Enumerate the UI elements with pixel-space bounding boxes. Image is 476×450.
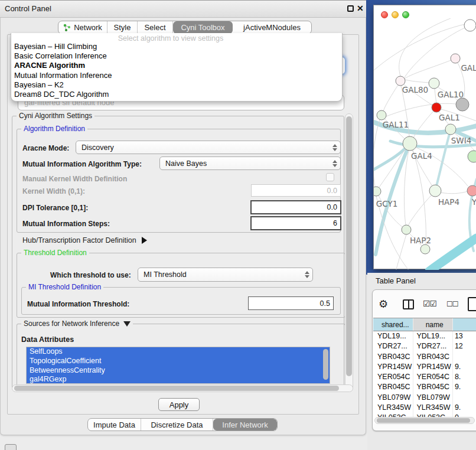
network-node[interactable]: [420, 244, 430, 254]
algorithm-popup-item[interactable]: Bayesian – Hill Climbing: [12, 42, 341, 51]
table-hscrollbar-thumb[interactable]: [377, 418, 470, 423]
aracne-mode-combobox[interactable]: Discovery: [76, 141, 341, 154]
mi-threshold-field[interactable]: 0.5: [248, 296, 334, 310]
table-row[interactable]: YBR043CYBR043C: [373, 352, 476, 362]
deselect-all-checkboxes-icon[interactable]: ☐☐: [446, 300, 458, 308]
settings-vscrollbar-thumb[interactable]: [346, 116, 352, 376]
sources-legend[interactable]: Sources for Network Inference: [21, 319, 133, 328]
close-panel-button[interactable]: ✕: [357, 4, 364, 13]
column-header-shared-name[interactable]: shared...: [373, 318, 413, 331]
table-row[interactable]: YER054CYER054C8.: [373, 372, 476, 382]
network-node-gal4[interactable]: [403, 136, 417, 151]
network-edge[interactable]: [374, 120, 380, 187]
float-window-button[interactable]: [347, 5, 354, 12]
table-body: YDL19...YDL19...13YDR27...YDR27...12YBR0…: [373, 331, 476, 423]
data-attribute-item[interactable]: SelfLoops: [27, 347, 330, 357]
tab-infer-network[interactable]: Infer Network: [213, 419, 277, 431]
network-node-gal10[interactable]: [429, 78, 439, 89]
tab-network[interactable]: Network: [58, 21, 107, 34]
algorithm-popup-item[interactable]: Dream8 DC_TDC Algorithm: [12, 90, 341, 99]
network-edge[interactable]: [441, 191, 468, 194]
tab-select[interactable]: Select: [138, 21, 173, 34]
network-node-gcy1[interactable]: [374, 187, 381, 196]
network-node-gal80[interactable]: [396, 76, 405, 86]
network-edge[interactable]: [435, 129, 451, 191]
tab-discretize-data[interactable]: Discretize Data: [141, 419, 213, 431]
table-row[interactable]: YBL079WYBL079W: [373, 393, 476, 403]
network-node-label: GAL80: [402, 85, 428, 94]
kernel-width-field[interactable]: 0.0: [251, 184, 341, 197]
minimized-window-icon[interactable]: [5, 444, 17, 450]
network-edge[interactable]: [405, 80, 429, 83]
tab-jactivemnodules[interactable]: jActiveMNodules: [233, 21, 311, 34]
table-row[interactable]: YBR045CYBR045C9.: [373, 382, 476, 392]
close-traffic-light-icon[interactable]: [381, 11, 388, 18]
table-options-icon[interactable]: [468, 297, 476, 311]
tab-cyni-toolbox[interactable]: Cyni Toolbox: [173, 21, 233, 34]
network-edge[interactable]: [383, 85, 398, 111]
network-node-y[interactable]: [467, 185, 476, 196]
hub-definition-toggle[interactable]: Hub/Transcription Factor Definition: [22, 236, 147, 244]
settings-vertical-scrollbar[interactable]: [345, 113, 353, 391]
tab-style[interactable]: Style: [107, 21, 138, 34]
network-graph-canvas[interactable]: GALGAL80GAL10GAL1GAL11SWI4GAL4GCY1HAP4YH…: [374, 18, 476, 270]
network-node[interactable]: [464, 19, 476, 31]
list-scrollbar-thumb[interactable]: [323, 349, 328, 380]
aracne-mode-value: Discovery: [81, 144, 114, 152]
tab-impute-data[interactable]: Impute Data: [88, 419, 141, 431]
mi-steps-field[interactable]: 6: [250, 216, 341, 230]
network-edge[interactable]: [429, 238, 476, 270]
network-node-swi4[interactable]: [445, 124, 456, 135]
algorithm-popup-item[interactable]: Bayesian – K2: [12, 80, 341, 90]
algorithm-popup-item[interactable]: Mutual Information Inference: [12, 71, 341, 80]
network-edge[interactable]: [404, 151, 409, 225]
network-node-gal11[interactable]: [377, 110, 386, 120]
network-edge[interactable]: [435, 89, 436, 103]
zoom-traffic-light-icon[interactable]: [402, 11, 409, 18]
network-node-hap4[interactable]: [429, 185, 441, 197]
settings-horizontal-scrollbar[interactable]: [12, 384, 353, 392]
data-attribute-item[interactable]: gal4RGexp: [27, 375, 330, 384]
column-header-name[interactable]: name: [413, 318, 452, 331]
network-node-hap2[interactable]: [402, 225, 411, 234]
column-header-partial[interactable]: [453, 318, 476, 331]
network-node-gal[interactable]: [451, 54, 460, 63]
network-view-window: GALGAL80GAL10GAL1GAL11SWI4GAL4GCY1HAP4YH…: [373, 5, 476, 269]
expand-arrow-icon[interactable]: [142, 237, 147, 244]
table-row[interactable]: YDR27...YDR27...12: [373, 341, 476, 351]
apply-button[interactable]: Apply: [158, 398, 200, 411]
network-edge[interactable]: [405, 25, 470, 77]
gear-icon[interactable]: ⚙: [379, 298, 388, 311]
table-cell: YER054C: [413, 372, 452, 382]
data-attribute-item[interactable]: BetweennessCentrality: [27, 366, 330, 376]
network-node-label: GAL10: [438, 90, 464, 99]
select-all-checkboxes-icon[interactable]: ☑☑: [423, 299, 436, 308]
which-threshold-label: Which threshold to use:: [50, 271, 131, 279]
network-edge[interactable]: [405, 58, 455, 79]
network-node[interactable]: [468, 151, 476, 162]
table-row[interactable]: YLR345WYLR345W9.: [373, 403, 476, 413]
mi-type-combobox[interactable]: Naive Bayes: [159, 156, 341, 170]
table-row[interactable]: YPR145WYPR145W9.: [373, 362, 476, 372]
manual-kernel-checkbox[interactable]: [326, 173, 334, 181]
which-threshold-combobox[interactable]: MI Threshold: [138, 268, 313, 282]
table-horizontal-scrollbar[interactable]: [374, 417, 475, 424]
data-attribute-item[interactable]: TopologicalCoefficient: [27, 357, 330, 366]
kernel-width-label: Kernel Width (0,1):: [22, 187, 85, 195]
network-node[interactable]: [456, 98, 469, 111]
collapse-arrow-icon[interactable]: [123, 321, 131, 327]
data-attributes-list[interactable]: SelfLoopsTopologicalCoefficientBetweenne…: [26, 347, 330, 384]
table-cell: YDR27...: [413, 341, 452, 351]
network-edge[interactable]: [408, 195, 432, 226]
split-columns-icon[interactable]: [403, 299, 414, 309]
mi-type-value: Naive Bayes: [165, 159, 207, 168]
settings-hscrollbar-thumb[interactable]: [14, 386, 339, 391]
dpi-tolerance-field[interactable]: 0.0: [250, 200, 341, 214]
network-edge[interactable]: [396, 234, 406, 269]
algorithm-popup-item[interactable]: Basic Correlation Inference: [12, 51, 341, 61]
table-row[interactable]: YDL19...YDL19...13: [373, 331, 476, 341]
network-edge[interactable]: [374, 24, 465, 70]
algorithm-popup-item[interactable]: ARACNE Algorithm: [12, 61, 341, 70]
minimize-traffic-light-icon[interactable]: [392, 11, 399, 18]
network-node-gal1[interactable]: [432, 103, 441, 112]
